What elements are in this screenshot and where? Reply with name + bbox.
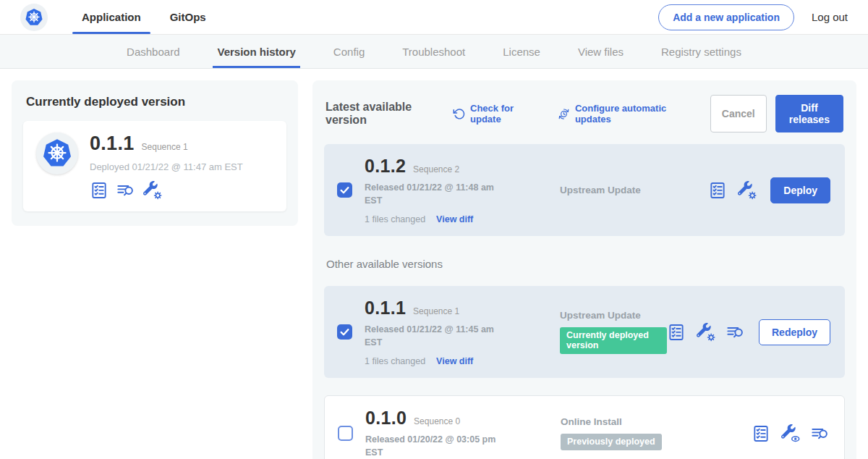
deploy-button[interactable]: Deploy <box>770 177 830 203</box>
version-row-0-1-2: 0.1.2 Sequence 2 Released 01/21/22 @ 11:… <box>324 144 845 236</box>
subnav-label: License <box>503 46 540 58</box>
subnav-item-dashboard[interactable]: Dashboard <box>108 35 198 68</box>
version-history-panel: Latest available version Check for updat… <box>312 80 856 459</box>
subnav-label: Version history <box>217 46 295 58</box>
deployed-version-card: 0.1.1 Sequence 1 Deployed 01/21/22 @ 11:… <box>23 121 286 211</box>
add-new-application-button[interactable]: Add a new application <box>658 4 794 30</box>
subnav-item-view-files[interactable]: View files <box>559 35 642 68</box>
diff-releases-button[interactable]: Diff releases <box>775 95 843 132</box>
logs-icon[interactable] <box>726 323 745 342</box>
latest-available-title: Latest available version <box>326 101 443 127</box>
tab-application[interactable]: Application <box>72 0 150 34</box>
deployed-version-number: 0.1.1 <box>90 132 135 155</box>
cancel-button[interactable]: Cancel <box>710 95 767 132</box>
previously-deployed-badge: Previously deployed <box>561 434 662 450</box>
release-notes-icon[interactable] <box>667 323 686 342</box>
version-source-label: Online Install <box>561 416 752 427</box>
kubernetes-logo-icon <box>20 4 48 31</box>
currently-deployed-panel: Currently deployed version 0.1.1 Sequenc… <box>12 80 298 226</box>
subnav-item-troubleshoot[interactable]: Troubleshoot <box>383 35 484 68</box>
latest-version-header: Latest available version Check for updat… <box>326 95 843 132</box>
currently-deployed-badge: Currently deployed version <box>560 327 667 354</box>
top-navbar: Application GitOps Add a new application… <box>0 0 868 35</box>
config-icon[interactable] <box>697 323 715 342</box>
sequence-label: Sequence 0 <box>414 416 460 426</box>
version-checkbox[interactable] <box>337 182 352 198</box>
version-number: 0.1.1 <box>365 298 406 319</box>
subnav-item-license[interactable]: License <box>484 35 559 68</box>
view-diff-link[interactable]: View diff <box>436 356 473 366</box>
subnav-label: Config <box>333 46 365 58</box>
sequence-label: Sequence 1 <box>413 306 459 316</box>
tab-gitops[interactable]: GitOps <box>161 0 216 34</box>
version-checkbox[interactable] <box>338 426 353 441</box>
redeploy-button[interactable]: Redeploy <box>759 319 830 345</box>
files-changed-label: 1 files changed <box>365 214 425 224</box>
released-timestamp: Released 01/21/22 @ 11:48 am EST <box>365 182 503 207</box>
version-source-label: Upstream Update <box>560 185 708 195</box>
files-changed-label: 1 files changed <box>365 356 425 366</box>
version-number: 0.1.0 <box>365 408 407 429</box>
subnav-label: Dashboard <box>127 46 179 58</box>
subnav-item-registry-settings[interactable]: Registry settings <box>642 35 760 68</box>
released-timestamp: Released 01/20/22 @ 03:05 pm EST <box>365 434 504 459</box>
configure-updates-label: Configure automatic updates <box>575 103 690 125</box>
deployed-timestamp: Deployed 01/21/22 @ 11:47 am EST <box>90 161 243 172</box>
app-subnav: Dashboard Version history Config Trouble… <box>0 35 868 69</box>
logout-button[interactable]: Log out <box>812 11 848 23</box>
subnav-item-config[interactable]: Config <box>315 35 383 68</box>
version-row-0-1-0: 0.1.0 Sequence 0 Released 01/20/22 @ 03:… <box>324 395 845 459</box>
version-row-0-1-1: 0.1.1 Sequence 1 Released 01/21/22 @ 11:… <box>324 286 845 378</box>
release-notes-icon[interactable] <box>752 424 770 443</box>
view-diff-link[interactable]: View diff <box>436 214 473 224</box>
config-icon[interactable] <box>143 181 162 200</box>
configure-automatic-updates-link[interactable]: Configure automatic updates <box>558 103 690 125</box>
currently-deployed-title: Currently deployed version <box>26 95 284 109</box>
other-versions-title: Other available versions <box>326 258 843 270</box>
refresh-icon <box>453 108 465 120</box>
sequence-label: Sequence 2 <box>413 164 459 174</box>
release-notes-icon[interactable] <box>708 181 727 200</box>
subnav-item-version-history[interactable]: Version history <box>198 35 314 68</box>
config-icon[interactable] <box>738 181 757 200</box>
check-for-update-label: Check for update <box>470 103 537 125</box>
auto-update-clock-icon <box>558 108 570 120</box>
app-kubernetes-icon <box>36 132 78 174</box>
subnav-label: Registry settings <box>661 46 741 58</box>
version-number: 0.1.2 <box>365 156 406 177</box>
tab-gitops-label: GitOps <box>170 11 206 23</box>
subnav-label: View files <box>578 46 624 58</box>
deployed-sequence-label: Sequence 1 <box>142 142 188 152</box>
logs-icon[interactable] <box>116 181 135 200</box>
version-source-label: Upstream Update <box>560 310 667 321</box>
logs-icon[interactable] <box>811 424 830 443</box>
tab-application-label: Application <box>82 11 141 23</box>
app-tabs: Application GitOps <box>72 0 226 34</box>
release-notes-icon[interactable] <box>90 181 109 200</box>
check-for-update-link[interactable]: Check for update <box>453 103 537 125</box>
config-view-icon[interactable] <box>781 424 800 443</box>
released-timestamp: Released 01/21/22 @ 11:45 am EST <box>365 324 503 349</box>
version-checkbox[interactable] <box>337 324 352 340</box>
subnav-label: Troubleshoot <box>402 46 465 58</box>
